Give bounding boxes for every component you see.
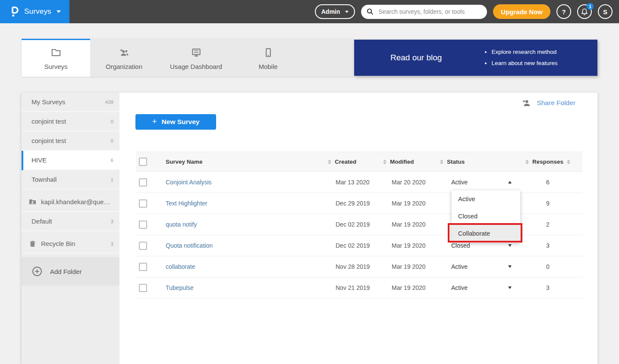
sort-icon[interactable]: [328, 160, 331, 164]
sidebar-divider: [22, 190, 119, 193]
folder-count: 3: [111, 219, 113, 224]
column-modified-label: Modified: [390, 159, 414, 165]
tab-organization[interactable]: Organization: [90, 39, 158, 77]
sidebar-item-hive[interactable]: HIVE 6: [22, 151, 119, 170]
column-modified[interactable]: Modified: [383, 159, 440, 165]
survey-list-panel: Share Folder + New Survey Survey Name Cr…: [119, 93, 597, 364]
status-value: Closed: [451, 242, 470, 249]
status-value: Active: [451, 263, 468, 270]
tab-mobile[interactable]: Mobile: [234, 39, 302, 77]
row-checkbox[interactable]: [139, 284, 147, 292]
created-date: Nov 28 2019: [328, 263, 370, 270]
created-date: Nov 21 2019: [328, 284, 370, 291]
sort-icon[interactable]: [567, 160, 570, 164]
select-all-checkbox[interactable]: [139, 158, 147, 166]
sort-icon[interactable]: [525, 160, 529, 164]
row-checkbox[interactable]: [139, 221, 147, 229]
responses-count: 3: [546, 284, 550, 291]
sidebar-item-conjoint-test[interactable]: conjoint test 0: [22, 131, 119, 151]
status-value: Active: [451, 179, 468, 186]
folder-label: My Surveys: [31, 98, 65, 106]
banner-bullet-list: Explore research methodLearn about new f…: [491, 47, 557, 69]
folder-label: Townhall: [31, 176, 57, 183]
blog-banner[interactable]: Read our blog Explore research methodLea…: [354, 40, 597, 76]
column-created[interactable]: Created: [328, 159, 383, 165]
help-button[interactable]: ?: [556, 4, 571, 19]
table-row: Tubepulse Nov 21 2019 Mar 19 2020 Active…: [136, 277, 582, 299]
sidebar-item-townhall[interactable]: Townhall 1: [22, 170, 119, 190]
survey-name-link[interactable]: quota notify: [166, 221, 197, 228]
status-option-collaborate[interactable]: Collaborate: [452, 225, 520, 242]
folder-label: conjoint test: [31, 118, 66, 125]
modified-date: Mar 19 2020: [383, 200, 426, 207]
folder-count: 6: [111, 158, 113, 163]
column-status[interactable]: Status: [440, 159, 513, 165]
column-created-label: Created: [335, 159, 356, 165]
status-dropdown-toggle[interactable]: [508, 286, 512, 289]
table-row: Conjoint Analysis Mar 13 2020 Mar 20 202…: [136, 172, 582, 193]
row-checkbox[interactable]: [139, 242, 147, 250]
admin-label: Admin: [321, 8, 340, 15]
new-survey-button[interactable]: + New Survey: [135, 114, 216, 130]
status-dropdown-toggle[interactable]: [508, 181, 512, 184]
share-folder-button[interactable]: Share Folder: [522, 98, 575, 108]
chevron-down-icon: [57, 10, 61, 13]
status-dropdown-toggle[interactable]: [508, 265, 512, 268]
product-switcher[interactable]: Surveys: [0, 0, 69, 23]
sort-icon[interactable]: [440, 160, 443, 164]
product-label: Surveys: [24, 7, 51, 16]
created-date: Dec 29 2019: [328, 200, 370, 207]
status-dropdown-menu: ActiveClosedCollaborate: [452, 190, 520, 243]
row-checkbox[interactable]: [139, 178, 147, 187]
survey-name-link[interactable]: collaborate: [166, 263, 195, 270]
shared-folder-icon: [28, 198, 37, 206]
table-row: collaborate Nov 28 2019 Mar 19 2020 Acti…: [136, 256, 582, 277]
status-option-closed[interactable]: Closed: [452, 208, 520, 225]
status-dropdown-toggle[interactable]: [508, 244, 512, 247]
tab-surveys[interactable]: Surveys: [22, 39, 90, 77]
admin-dropdown[interactable]: Admin: [315, 4, 355, 19]
banner-title: Read our blog: [390, 53, 442, 62]
status-option-active[interactable]: Active: [452, 190, 520, 208]
survey-name-link[interactable]: Conjoint Analysis: [166, 179, 212, 186]
row-checkbox[interactable]: [139, 263, 147, 271]
chevron-down-icon: [345, 11, 349, 13]
search-input[interactable]: [377, 8, 481, 16]
avatar-letter: S: [603, 8, 607, 16]
survey-name-link[interactable]: Quota notification: [166, 242, 213, 249]
table-header-row: Survey Name Created Modified Status: [136, 152, 582, 172]
tab-label: Usage Dashboard: [170, 63, 222, 70]
created-date: Dec 02 2019: [328, 242, 370, 249]
sidebar-item-recycle-bin[interactable]: Recycle Bin 3: [22, 234, 119, 254]
folder-count: 3: [111, 241, 113, 246]
survey-name-link[interactable]: Text Highlighter: [166, 200, 207, 207]
tab-label: Mobile: [258, 63, 277, 70]
banner-bullet: Explore research method: [491, 47, 557, 58]
sidebar-item-kapil-khandekar-que[interactable]: kapil.khandekar@que…: [22, 193, 119, 212]
folders-sidebar: My Surveys 439 conjoint test 0 conjoint …: [22, 93, 119, 364]
notifications-button[interactable]: 1: [577, 4, 592, 19]
search-icon: [367, 8, 374, 15]
organization-icon: [119, 47, 130, 58]
folder-count: 0: [111, 119, 113, 124]
avatar[interactable]: S: [598, 4, 613, 19]
created-date: Mar 13 2020: [328, 179, 370, 186]
add-folder-button[interactable]: Add Folder: [22, 257, 119, 286]
column-responses[interactable]: Responses: [513, 159, 582, 165]
upgrade-now-button[interactable]: Upgrade Now: [493, 4, 550, 19]
sidebar-item-conjoint-test[interactable]: conjoint test 0: [22, 112, 119, 131]
column-survey-name[interactable]: Survey Name: [160, 159, 328, 165]
help-icon: ?: [562, 8, 566, 16]
responses-count: 3: [546, 242, 550, 249]
folder-label: Recycle Bin: [41, 240, 75, 247]
row-checkbox[interactable]: [139, 199, 147, 208]
sidebar-item-my-surveys[interactable]: My Surveys 439: [22, 93, 119, 112]
sort-icon[interactable]: [383, 160, 386, 164]
folder-label: Default: [31, 218, 52, 225]
sidebar-item-default[interactable]: Default 3: [22, 212, 119, 231]
responses-count: 9: [546, 200, 550, 207]
tab-usage-dashboard[interactable]: Usage Dashboard: [158, 39, 234, 77]
mobile-icon: [263, 47, 274, 58]
usage-dashboard-icon: [191, 47, 202, 58]
survey-name-link[interactable]: Tubepulse: [166, 284, 194, 291]
